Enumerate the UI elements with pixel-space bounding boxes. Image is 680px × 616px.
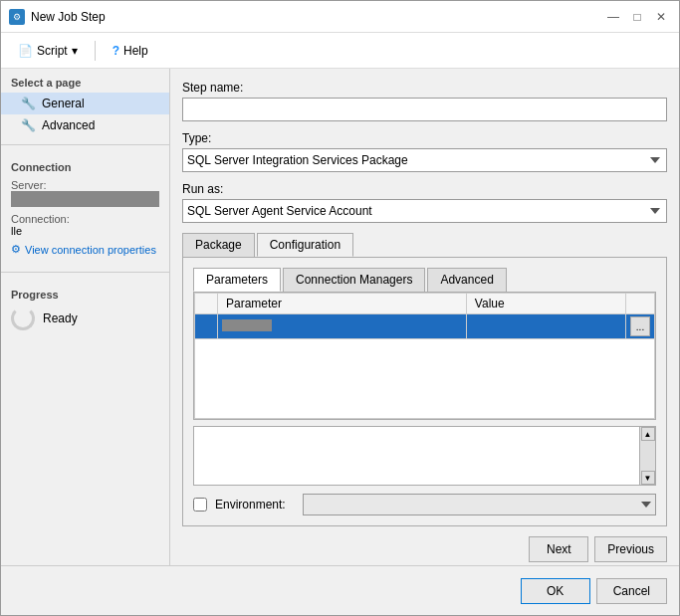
maximize-button[interactable]: □ (627, 7, 647, 27)
environment-checkbox[interactable] (193, 498, 207, 512)
main-content: Select a page 🔧 General 🔧 Advanced Conne… (1, 69, 679, 565)
progress-indicator: Ready (11, 307, 159, 330)
type-group: Type: SQL Server Integration Services Pa… (182, 131, 667, 172)
table-row[interactable]: ... (195, 314, 655, 339)
tab-advanced-inner-label: Advanced (440, 273, 493, 287)
script-label: Script (37, 44, 68, 58)
sidebar: Select a page 🔧 General 🔧 Advanced Conne… (1, 69, 170, 565)
inner-tab-bar: Parameters Connection Managers Advanced (193, 268, 656, 292)
outer-tab-panel: Parameters Connection Managers Advanced (182, 257, 667, 526)
tab-advanced-inner[interactable]: Advanced (427, 268, 506, 292)
minimize-button[interactable]: — (603, 7, 623, 27)
type-label: Type: (182, 131, 667, 145)
tab-connection-managers[interactable]: Connection Managers (283, 268, 425, 292)
scroll-up-arrow[interactable]: ▲ (641, 427, 655, 441)
empty-cell (195, 339, 655, 419)
step-name-input[interactable] (182, 98, 667, 121)
param-action-cell: ... (626, 314, 655, 339)
value-scrollbar: ▲ ▼ (639, 427, 655, 485)
toolbar-separator (95, 41, 96, 61)
server-label: Server: (11, 179, 159, 191)
ok-button[interactable]: OK (521, 578, 590, 604)
parameters-table: Parameter Value (194, 293, 655, 419)
tab-configuration[interactable]: Configuration (257, 233, 353, 257)
tab-package[interactable]: Package (182, 233, 255, 257)
empty-row (195, 339, 655, 419)
close-button[interactable]: ✕ (651, 7, 671, 27)
tab-parameters[interactable]: Parameters (193, 268, 281, 292)
advanced-icon: 🔧 (21, 118, 36, 132)
param-name-value (222, 319, 272, 331)
step-name-label: Step name: (182, 81, 667, 95)
sidebar-item-advanced-label: Advanced (42, 118, 95, 132)
run-as-group: Run as: SQL Server Agent Service Account (182, 182, 667, 223)
next-button[interactable]: Next (529, 536, 588, 562)
row-indicator-cell (195, 314, 218, 339)
param-name-cell (218, 314, 467, 339)
toolbar: 📄 Script ▾ ? Help (1, 33, 679, 69)
help-label: Help (123, 44, 148, 58)
col-value: Value (466, 294, 625, 314)
scroll-down-arrow[interactable]: ▼ (641, 471, 655, 485)
param-value-cell (466, 314, 625, 339)
connection-title: Connection (11, 161, 159, 173)
type-select[interactable]: SQL Server Integration Services Package (182, 148, 667, 172)
sidebar-divider-2 (1, 272, 169, 273)
progress-title: Progress (11, 289, 159, 301)
previous-button[interactable]: Previous (594, 536, 667, 562)
cancel-button[interactable]: Cancel (596, 578, 667, 604)
view-connection-properties-link[interactable]: ⚙ View connection properties (11, 243, 159, 256)
link-icon: ⚙ (11, 243, 21, 256)
sidebar-item-general-label: General (42, 97, 85, 110)
param-value-area: ▲ ▼ (193, 426, 656, 486)
inner-tab-panel: Parameter Value (193, 292, 656, 420)
sidebar-item-advanced[interactable]: 🔧 Advanced (1, 114, 169, 136)
progress-section: Progress Ready (1, 281, 169, 338)
col-parameter: Parameter (218, 294, 467, 314)
col-action (626, 294, 655, 314)
step-name-group: Step name: (182, 81, 667, 121)
script-dropdown-icon: ▾ (72, 44, 78, 58)
new-job-step-window: ⚙ New Job Step — □ ✕ 📄 Script ▾ ? Help S… (0, 0, 680, 616)
connection-value: lle (11, 225, 159, 237)
progress-status: Ready (43, 311, 78, 325)
title-bar: ⚙ New Job Step — □ ✕ (1, 1, 679, 33)
tab-package-label: Package (195, 238, 242, 252)
help-button[interactable]: ? Help (104, 38, 157, 64)
tab-connection-managers-label: Connection Managers (296, 273, 412, 287)
environment-row: Environment: (193, 494, 656, 515)
sidebar-divider-1 (1, 144, 169, 145)
content-area: Step name: Type: SQL Server Integration … (170, 69, 679, 565)
general-icon: 🔧 (21, 97, 36, 110)
row-indicator (199, 318, 213, 332)
script-button[interactable]: 📄 Script ▾ (9, 38, 87, 64)
tab-configuration-label: Configuration (270, 238, 340, 252)
col-indicator (195, 294, 218, 314)
type-select-wrapper: SQL Server Integration Services Package (182, 148, 667, 172)
server-value (11, 191, 159, 207)
nav-buttons: Next Previous (182, 536, 667, 562)
script-icon: 📄 (18, 44, 33, 58)
tab-parameters-label: Parameters (206, 273, 268, 287)
sidebar-item-general[interactable]: 🔧 General (1, 93, 169, 114)
connection-label: Connection: (11, 213, 159, 225)
run-as-select[interactable]: SQL Server Agent Service Account (182, 199, 667, 223)
help-icon: ? (113, 44, 119, 58)
connection-section: Connection Server: Connection: lle ⚙ Vie… (1, 153, 169, 264)
environment-select[interactable] (303, 494, 656, 515)
window-title: New Job Step (31, 10, 106, 24)
param-action-button[interactable]: ... (630, 316, 650, 336)
outer-tab-bar: Package Configuration (182, 233, 667, 257)
environment-label: Environment: (215, 498, 295, 512)
title-bar-controls: — □ ✕ (603, 7, 671, 27)
link-label: View connection properties (25, 244, 156, 256)
select-page-label: Select a page (1, 69, 169, 93)
title-bar-left: ⚙ New Job Step (9, 9, 106, 25)
run-as-label: Run as: (182, 182, 667, 196)
progress-circle (11, 307, 35, 330)
run-as-select-wrapper: SQL Server Agent Service Account (182, 199, 667, 223)
window-icon: ⚙ (9, 9, 25, 25)
bottom-bar: OK Cancel (1, 565, 679, 615)
